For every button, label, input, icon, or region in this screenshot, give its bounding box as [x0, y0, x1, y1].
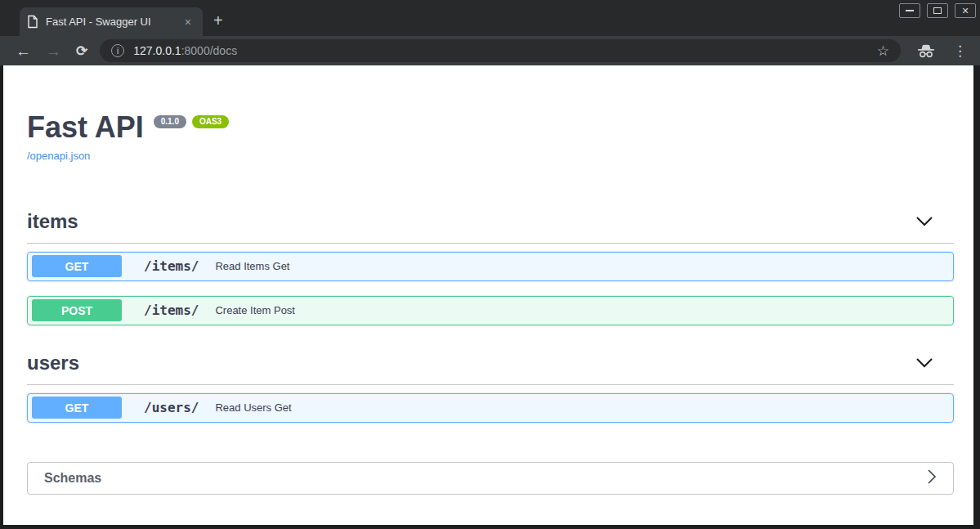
swagger-ui: Fast API0.1.0OAS3 /openapi.json items GE… [3, 65, 973, 495]
url-path: :8000/docs [181, 44, 238, 57]
url-text[interactable]: 127.0.0.1:8000/docs [133, 44, 237, 57]
incognito-icon [917, 44, 935, 58]
method-badge: GET [32, 255, 122, 277]
oas3-badge: OAS3 [192, 115, 229, 128]
method-badge: GET [32, 397, 122, 419]
tab-close-icon[interactable]: × [181, 14, 195, 30]
close-button[interactable]: ✕ [955, 3, 976, 18]
section-users: users GET /users/ Read Users Get [27, 347, 954, 423]
schemas-section[interactable]: Schemas [27, 462, 954, 495]
version-badge: 0.1.0 [154, 115, 186, 128]
operation-summary: Read Users Get [215, 401, 291, 414]
section-items: items GET /items/ Read Items Get POST /i… [27, 205, 954, 325]
operation-summary: Create Item Post [215, 304, 295, 316]
section-title: users [27, 352, 79, 374]
browser-tab[interactable]: Fast API - Swagger UI × [20, 7, 203, 36]
chevron-down-icon[interactable] [915, 216, 933, 226]
browser-toolbar: ← → ⟳ i 127.0.0.1:8000/docs ☆ ⋮ [0, 36, 980, 65]
reload-icon[interactable]: ⟳ [76, 43, 87, 59]
forward-icon[interactable]: → [46, 43, 61, 59]
api-title-row: Fast API0.1.0OAS3 [27, 111, 954, 144]
browser-window: Fast API - Swagger UI × + ✕ ← → ⟳ i 127.… [0, 0, 980, 529]
operation-post-items[interactable]: POST /items/ Create Item Post [27, 296, 954, 325]
address-bar[interactable]: i 127.0.0.1:8000/docs ☆ [100, 39, 901, 62]
url-host: 127.0.0.1 [133, 44, 181, 57]
chevron-right-icon[interactable] [927, 468, 937, 488]
window-controls: ✕ [899, 3, 976, 18]
page-title: Fast API [27, 111, 144, 144]
browser-titlebar: Fast API - Swagger UI × + ✕ [0, 0, 980, 36]
operation-path: /items/ [144, 303, 199, 318]
back-icon[interactable]: ← [16, 43, 31, 59]
section-users-header[interactable]: users [27, 347, 954, 385]
operation-summary: Read Items Get [215, 260, 289, 272]
minimize-button[interactable] [899, 3, 920, 18]
new-tab-button[interactable]: + [213, 12, 223, 29]
operation-path: /users/ [144, 400, 199, 415]
maximize-icon [933, 7, 942, 14]
browser-menu-icon[interactable]: ⋮ [953, 43, 967, 60]
bookmark-star-icon[interactable]: ☆ [877, 43, 889, 60]
section-items-header[interactable]: items [27, 205, 954, 244]
operation-path: /items/ [144, 258, 199, 274]
section-title: items [27, 210, 78, 233]
maximize-button[interactable] [927, 3, 948, 18]
schemas-label: Schemas [44, 471, 101, 486]
method-badge: POST [32, 299, 122, 321]
operation-get-users[interactable]: GET /users/ Read Users Get [27, 393, 954, 423]
openapi-spec-link[interactable]: /openapi.json [27, 150, 90, 162]
chevron-down-icon[interactable] [915, 357, 933, 368]
close-icon: ✕ [961, 7, 969, 16]
site-info-icon[interactable]: i [111, 44, 124, 57]
tab-title: Fast API - Swagger UI [46, 16, 181, 28]
page-viewport: Fast API0.1.0OAS3 /openapi.json items GE… [3, 65, 973, 525]
page-favicon-icon [27, 15, 38, 29]
operation-get-items[interactable]: GET /items/ Read Items Get [27, 252, 954, 281]
minimize-icon [906, 10, 914, 11]
